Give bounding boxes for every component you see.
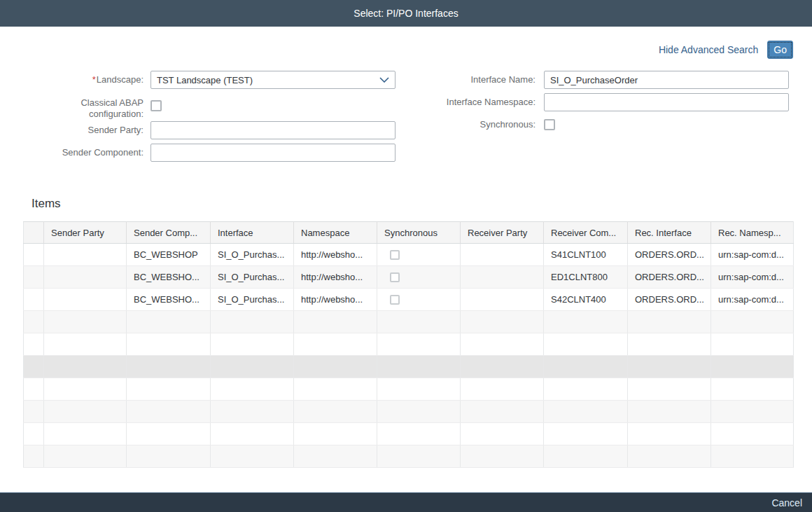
column-header[interactable]: Synchronous (377, 222, 461, 244)
empty-cell (377, 423, 461, 445)
column-header[interactable]: Sender Party (44, 222, 127, 244)
empty-cell (711, 378, 794, 401)
column-header[interactable]: Rec. Namesp... (711, 222, 794, 244)
empty-cell (544, 356, 628, 378)
empty-cell (377, 333, 461, 356)
column-header[interactable]: Namespace (294, 222, 377, 244)
sender-party-cell (44, 244, 127, 266)
synchronous-cell (377, 266, 461, 289)
empty-cell (711, 445, 794, 468)
empty-cell (544, 423, 628, 445)
table-row-empty[interactable] (24, 445, 794, 468)
empty-cell (461, 445, 544, 468)
receiver-component-cell: S41CLNT100 (544, 244, 628, 266)
table-row-empty[interactable] (24, 378, 794, 401)
synchronous-cell (377, 289, 461, 311)
empty-cell (461, 378, 544, 401)
synchronous-checkbox[interactable] (390, 272, 400, 282)
search-controls: Hide Advanced Search Go (659, 41, 793, 58)
empty-cell (44, 401, 127, 423)
empty-cell (628, 356, 711, 378)
sender-component-input[interactable] (150, 144, 396, 162)
row-selector-cell[interactable] (24, 445, 44, 468)
column-header[interactable]: Interface (211, 222, 294, 244)
empty-cell (127, 333, 211, 356)
receiver-party-cell (461, 244, 544, 266)
table-row-empty[interactable] (24, 423, 794, 445)
row-selector-cell[interactable] (24, 423, 44, 445)
interface-namespace-input[interactable] (544, 93, 789, 111)
empty-cell (461, 401, 544, 423)
sender-party-cell (44, 289, 127, 311)
empty-cell (211, 423, 294, 445)
table-row-empty[interactable] (24, 401, 794, 423)
receiver-party-cell (461, 289, 544, 311)
synchronous-label: Synchronous: (396, 116, 536, 134)
empty-cell (294, 356, 377, 378)
synchronous-checkbox[interactable] (390, 295, 400, 305)
interface-name-input[interactable] (544, 71, 789, 89)
row-selector-cell[interactable] (24, 333, 44, 356)
table-row[interactable]: BC_WEBSHO...SI_O_Purchas...http://websho… (24, 266, 794, 289)
interface-namespace-label: Interface Namespace: (396, 93, 536, 111)
interface-name-label: Interface Name: (396, 71, 536, 89)
empty-cell (127, 378, 211, 401)
items-table-body: BC_WEBSHOPSI_O_Purchas...http://websho..… (24, 244, 794, 468)
empty-cell (127, 401, 211, 423)
table-row[interactable]: BC_WEBSHO...SI_O_Purchas...http://websho… (24, 289, 794, 311)
dialog-titlebar: Select: PI/PO Interfaces (0, 0, 812, 27)
empty-cell (461, 311, 544, 333)
row-selector-cell[interactable] (24, 401, 44, 423)
empty-cell (544, 378, 628, 401)
empty-cell (544, 445, 628, 468)
empty-cell (544, 333, 628, 356)
synchronous-checkbox[interactable] (390, 250, 400, 260)
empty-cell (628, 401, 711, 423)
items-table: Sender PartySender Comp...InterfaceNames… (23, 221, 794, 468)
empty-cell (461, 423, 544, 445)
table-row-empty[interactable] (24, 356, 794, 378)
items-table-header-row: Sender PartySender Comp...InterfaceNames… (24, 222, 794, 244)
table-row-empty[interactable] (24, 311, 794, 333)
table-row[interactable]: BC_WEBSHOPSI_O_Purchas...http://websho..… (24, 244, 794, 266)
synchronous-cell (377, 244, 461, 266)
form-row-interface-name: Interface Name: (0, 71, 789, 89)
column-header[interactable]: Sender Comp... (127, 222, 211, 244)
empty-cell (461, 333, 544, 356)
column-header[interactable]: Receiver Com... (544, 222, 628, 244)
empty-cell (294, 311, 377, 333)
sender-component-cell: BC_WEBSHO... (127, 289, 211, 311)
empty-cell (711, 311, 794, 333)
rec-namespace-cell: urn:sap-com:d... (711, 266, 794, 289)
row-selector-cell[interactable] (24, 244, 44, 266)
empty-cell (127, 423, 211, 445)
table-row-empty[interactable] (24, 333, 794, 356)
namespace-cell: http://websho... (294, 266, 377, 289)
empty-cell (127, 356, 211, 378)
interface-cell: SI_O_Purchas... (211, 289, 294, 311)
synchronous-checkbox[interactable] (544, 119, 555, 130)
empty-cell (44, 378, 127, 401)
row-selector-cell[interactable] (24, 289, 44, 311)
namespace-cell: http://websho... (294, 289, 377, 311)
selector-column-header[interactable] (24, 222, 44, 244)
row-selector-cell[interactable] (24, 311, 44, 333)
receiver-party-cell (461, 266, 544, 289)
column-header[interactable]: Rec. Interface (628, 222, 711, 244)
row-selector-cell[interactable] (24, 378, 44, 401)
empty-cell (711, 423, 794, 445)
rec-namespace-cell: urn:sap-com:d... (711, 289, 794, 311)
column-header[interactable]: Receiver Party (461, 222, 544, 244)
form-row-synchronous: Synchronous: (0, 116, 555, 134)
empty-cell (628, 311, 711, 333)
row-selector-cell[interactable] (24, 356, 44, 378)
empty-cell (294, 401, 377, 423)
empty-cell (44, 333, 127, 356)
receiver-component-cell: ED1CLNT800 (544, 266, 628, 289)
dialog-title: Select: PI/PO Interfaces (354, 8, 458, 19)
row-selector-cell[interactable] (24, 266, 44, 289)
go-button[interactable]: Go (767, 41, 793, 59)
form-row-interface-namespace: Interface Namespace: (0, 93, 789, 111)
cancel-button[interactable]: Cancel (771, 497, 802, 508)
hide-advanced-search-link[interactable]: Hide Advanced Search (659, 44, 758, 55)
